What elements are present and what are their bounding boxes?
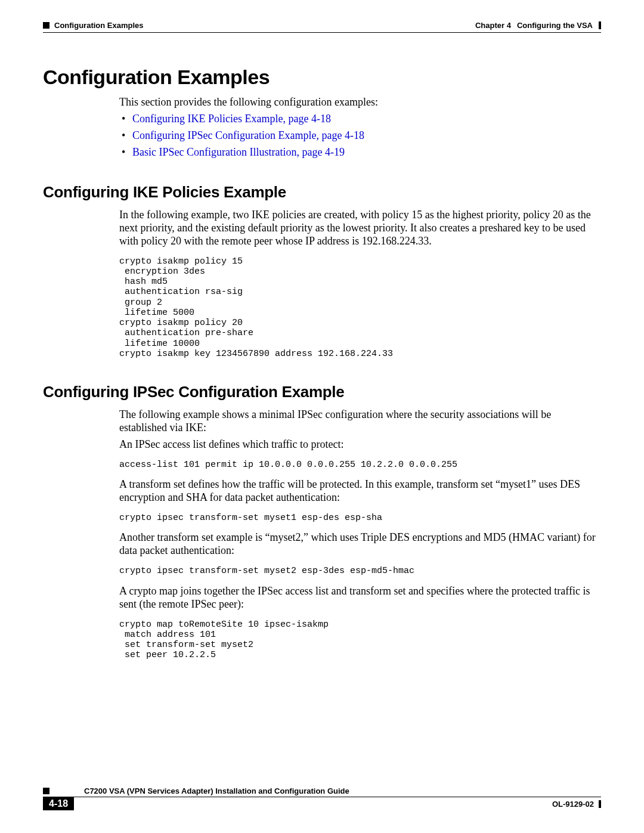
body-paragraph: In the following example, two IKE polici… (119, 209, 601, 248)
body-paragraph: A transform set defines how the traffic … (119, 478, 601, 504)
toc-link-list: Configuring IKE Policies Example, page 4… (119, 113, 601, 159)
footer-guide-title: C7200 VSA (VPN Services Adapter) Install… (54, 786, 601, 795)
code-block: crypto map toRemoteSite 10 ipsec-isakmp … (119, 620, 601, 661)
code-block: crypto ipsec transform-set myset1 esp-de… (119, 513, 601, 523)
footer-doc-id: OL-9129-02 (552, 800, 594, 809)
body-paragraph: An IPSec access list defines which traff… (119, 438, 601, 451)
toc-link[interactable]: Configuring IKE Policies Example, page 4… (132, 113, 331, 125)
header-section-label: Configuration Examples (54, 21, 144, 30)
section-heading: Configuring IKE Policies Example (43, 183, 601, 202)
page-number-badge: 4-18 (43, 797, 74, 810)
header-square-icon (43, 22, 49, 29)
header-rule (43, 32, 601, 33)
section-heading: Configuring IPSec Configuration Example (43, 383, 601, 401)
header-bar-icon (599, 21, 601, 29)
intro-paragraph: This section provides the following conf… (119, 96, 601, 109)
code-block: access-list 101 permit ip 10.0.0.0 0.0.0… (119, 460, 601, 470)
footer-bar-icon (599, 800, 601, 808)
header-chapter-number: Chapter 4 (475, 21, 511, 30)
page-footer: C7200 VSA (VPN Services Adapter) Install… (43, 786, 601, 810)
header-chapter-title: Configuring the VSA (517, 21, 593, 30)
footer-square-icon (43, 788, 49, 794)
toc-link[interactable]: Basic IPSec Configuration Illustration, … (132, 146, 345, 158)
body-paragraph: The following example shows a minimal IP… (119, 408, 601, 435)
code-block: crypto ipsec transform-set myset2 esp-3d… (119, 566, 601, 576)
code-block: crypto isakmp policy 15 encryption 3des … (119, 256, 601, 360)
list-item: Basic IPSec Configuration Illustration, … (119, 146, 601, 159)
running-header: Configuration Examples Chapter 4 Configu… (43, 21, 601, 30)
body-paragraph: Another transform set example is “myset2… (119, 531, 601, 558)
list-item: Configuring IKE Policies Example, page 4… (119, 113, 601, 126)
list-item: Configuring IPSec Configuration Example,… (119, 129, 601, 143)
page-title: Configuration Examples (43, 66, 601, 89)
body-paragraph: A crypto map joins together the IPSec ac… (119, 585, 601, 611)
toc-link[interactable]: Configuring IPSec Configuration Example,… (132, 129, 364, 141)
